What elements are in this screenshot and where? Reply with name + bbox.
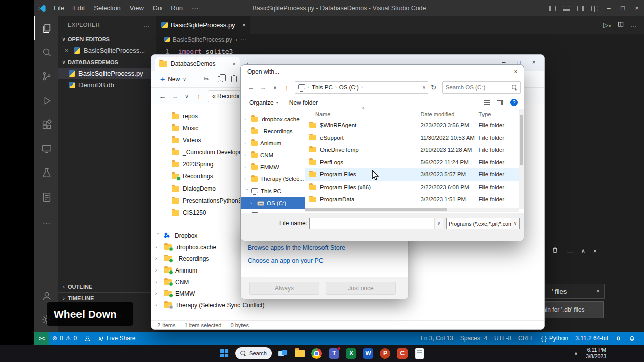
tree-item[interactable]: › EMMW [241,161,305,173]
toggle-secondary-sidebar-icon[interactable] [577,6,584,11]
cut-icon[interactable]: ✂ [204,75,209,83]
maximize-button[interactable]: □ [616,0,630,16]
file-tree-item[interactable]: DemoDB.db [58,79,156,91]
just-once-button[interactable]: Just once [326,282,396,295]
paste-icon[interactable] [231,76,237,82]
dialog-search-box[interactable]: Search OS (C:) [442,81,521,94]
remote-explorer-icon[interactable] [34,137,58,161]
back-icon[interactable]: ← [245,84,257,92]
breadcrumb[interactable]: BasicSqliteProcess.py › ⋯ [156,34,644,45]
chevron-down-icon[interactable]: ∨ [422,85,426,90]
camtasia-icon[interactable]: C [396,347,409,359]
explorer-tab[interactable]: DatabaseDemos × [155,57,240,71]
outline-section[interactable]: › OUTLINE [58,281,156,292]
testing-icon[interactable] [34,161,58,185]
minimize-button[interactable]: – [602,0,616,16]
search-icon[interactable] [34,40,58,64]
source-control-icon[interactable] [34,64,58,88]
app-chooser-link[interactable]: Choose an app on your PC [248,257,408,264]
chevron-up-icon[interactable]: ∧ [581,247,586,255]
cursor-position[interactable]: Ln 3, Col 13 [417,335,457,342]
help-icon[interactable]: ? [510,99,518,106]
forward-icon[interactable]: → [169,93,181,100]
folder-section[interactable]: ∨ DATABASEDEMOS [58,56,156,68]
task-view-icon[interactable] [277,347,289,359]
always-button[interactable]: Always [249,282,319,295]
tree-item[interactable]: › This PC [241,185,305,197]
close-panel-icon[interactable]: × [593,247,597,255]
organize-button[interactable]: Organize▾ [249,99,278,106]
file-row[interactable]: eSupport 11/30/2022 10:53 AM File folder [305,132,519,144]
menu-item[interactable]: Selection [89,0,125,16]
file-row[interactable]: OneDriveTemp 2/10/2023 12:28 AM File fol… [305,144,519,156]
forward-icon[interactable]: → [257,84,269,92]
up-icon[interactable]: ↑ [193,93,205,100]
chevron-down-icon[interactable]: ∨ [434,218,443,229]
notepad-icon[interactable] [414,347,426,359]
dialog-address-box[interactable]: › This PC › OS (C:) › ∨ [295,81,428,94]
file-row[interactable]: ProgramData 3/2/2023 1:51 PM File folder [305,193,519,206]
extensions-icon[interactable] [34,113,58,137]
refresh-icon[interactable]: ↻ [428,84,439,92]
live-share-status[interactable]: Live Share [94,335,139,342]
new-folder-button[interactable]: New folder [289,99,318,106]
tab-close-icon[interactable]: × [242,22,246,29]
up-icon[interactable]: ↑ [281,84,293,92]
encoding[interactable]: UTF-8 [491,335,515,342]
recent-locations-icon[interactable]: ∨ [181,94,193,99]
toggle-panel-icon[interactable] [563,6,570,11]
nav-tree-item[interactable]: › This PC [151,311,268,311]
file-name-input[interactable] [310,218,434,229]
address-crumb[interactable]: OS (C:) [339,84,359,90]
menu-item[interactable]: View [125,0,148,16]
sidebar-more-icon[interactable]: … [143,21,150,29]
file-explorer-icon[interactable] [294,347,306,359]
tree-item[interactable]: › Animum [241,137,305,149]
split-editor-icon[interactable] [617,21,624,30]
menu-item[interactable]: File [49,0,69,16]
recent-locations-icon[interactable]: ∨ [269,85,281,90]
indentation[interactable]: Spaces: 4 [457,335,491,342]
toggle-sidebar-icon[interactable] [549,6,556,11]
more-actions-icon[interactable]: … [567,247,573,255]
word-icon[interactable]: W [362,347,374,359]
horizontal-scrollbar[interactable] [305,208,519,212]
open-editors-section[interactable]: ∨ OPEN EDITORS [58,33,156,45]
eol-sequence[interactable]: CRLF [515,335,537,342]
tree-item[interactable]: › Therapy (Selec... [241,173,305,185]
taskbar-search[interactable]: Search [235,347,272,359]
tree-item[interactable]: › _Recordings [241,125,305,137]
remote-indicator[interactable]: >< [34,332,49,345]
customize-layout-icon[interactable] [591,6,598,11]
close-button[interactable]: × [630,0,644,16]
breadcrumb-file[interactable]: BasicSqliteProcess.py [173,36,232,43]
app-chooser-link[interactable]: Browse apps in the Microsoft Store [248,244,408,251]
copy-icon[interactable] [218,76,223,82]
beaker-status-icon[interactable] [80,335,94,342]
bell-icon[interactable] [625,335,639,342]
run-debug-icon[interactable] [34,88,58,113]
notebook-icon[interactable] [34,185,58,209]
column-date-modified[interactable]: Date modified [420,111,478,117]
menu-item[interactable]: Run [166,0,187,16]
tree-item[interactable]: › CNM [241,149,305,161]
close-icon[interactable]: × [65,47,71,54]
close-button[interactable]: × [508,68,524,75]
open-editor-item[interactable]: × BasicSqliteProcess... [58,45,156,56]
menu-item[interactable]: Go [148,0,166,16]
new-button[interactable]: + New ∨ [160,75,186,83]
start-button[interactable] [218,347,230,359]
file-tree-item[interactable]: BasicSqliteProcess.py [58,68,156,79]
run-file-icon[interactable]: ▷∨ [603,21,611,29]
excel-icon[interactable]: X [345,347,357,359]
rocket-icon[interactable] [612,335,625,342]
file-row[interactable]: Program Files 3/8/2023 5:57 PM File fold… [305,168,519,181]
close-button[interactable]: × [526,59,541,66]
more-actions-icon[interactable]: … [34,209,58,233]
python-interpreter[interactable]: 3.11.2 64-bit [572,335,612,342]
teams-icon[interactable]: T [328,347,340,359]
close-icon[interactable]: × [596,288,604,295]
menu-item[interactable]: ⋯ [187,0,203,16]
preview-pane-icon[interactable] [497,100,503,105]
hidden-icons-chevron[interactable]: ∧ [574,351,578,356]
